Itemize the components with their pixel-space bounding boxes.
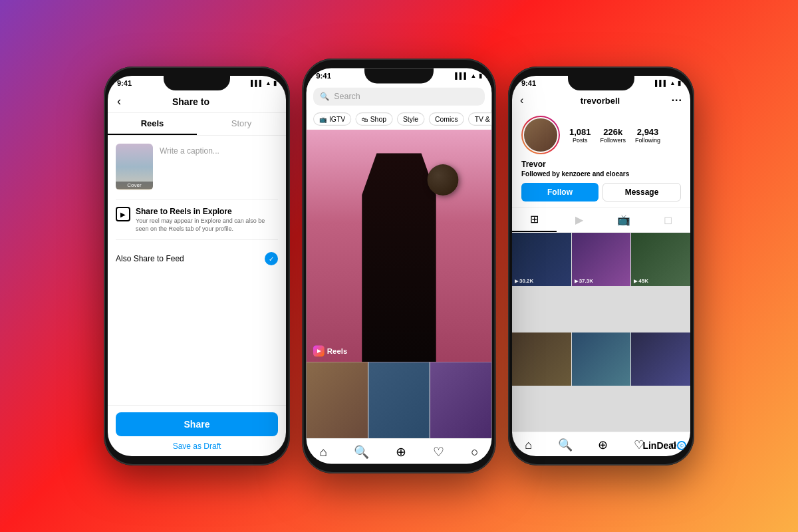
add-icon-3[interactable]: ⊕ bbox=[598, 438, 608, 452]
status-time-2: 9:41 bbox=[316, 72, 331, 80]
followed-by-prefix: Followed by bbox=[521, 170, 562, 178]
search-icon: 🔍 bbox=[320, 92, 330, 101]
stat-following[interactable]: 2,943 Following bbox=[635, 127, 660, 144]
play-icon-2: ▶ bbox=[575, 279, 578, 284]
count-2: 37.3K bbox=[579, 278, 593, 284]
cover-thumbnail[interactable] bbox=[116, 144, 153, 190]
following-count: 2,943 bbox=[635, 127, 660, 137]
tab-reels-profile[interactable]: ▶ bbox=[557, 207, 601, 232]
profile-grid: ▶ 30.2K ▶ 37.3K ▶ 45K bbox=[512, 233, 690, 432]
explore-grid bbox=[307, 362, 492, 438]
profile-thumb-4[interactable] bbox=[512, 332, 571, 386]
reels-label: ▶ Reels bbox=[313, 346, 347, 357]
profile-display-name: Trevor bbox=[521, 160, 681, 169]
bottom-nav-3: ⌂ 🔍 ⊕ ♡ ○ LinDeal © bbox=[512, 432, 690, 456]
caption-input[interactable]: Write a caption... bbox=[160, 144, 278, 190]
profile-thumb-2[interactable]: ▶ 37.3K bbox=[572, 233, 631, 286]
battery-icon: ▮ bbox=[273, 80, 277, 86]
also-share-checkbox[interactable]: ✓ bbox=[265, 252, 278, 265]
share-bottom: Share Save as Draft bbox=[108, 405, 286, 456]
cat-igtv[interactable]: 📺 IGTV bbox=[313, 112, 352, 126]
wifi-icon: ▲ bbox=[265, 80, 271, 86]
tab-story[interactable]: Story bbox=[197, 113, 286, 135]
share-content: Write a caption... ▶ Share to Reels in E… bbox=[108, 136, 286, 405]
search-nav-icon-3[interactable]: 🔍 bbox=[558, 438, 573, 452]
phone3-screen: 9:41 ▌▌▌ ▲ ▮ ‹ trevorbell ··· bbox=[512, 76, 690, 456]
person-body bbox=[362, 153, 436, 362]
play-count-2: ▶ 37.3K bbox=[575, 278, 593, 284]
reels-text: Reels bbox=[327, 347, 348, 355]
play-count-1: ▶ 30.2K bbox=[515, 278, 533, 284]
status-icons-1: ▌▌▌ ▲ ▮ bbox=[251, 80, 277, 86]
cat-tv-label: TV & Mov... bbox=[475, 115, 492, 122]
phone-explore: 9:41 ▌▌▌ ▲ ▮ 🔍 Search 📺 IGTV bbox=[302, 59, 495, 473]
stat-posts: 1,081 Posts bbox=[569, 127, 591, 144]
avatar-ring[interactable] bbox=[521, 116, 560, 154]
count-1: 30.2K bbox=[519, 278, 533, 284]
grid-thumb-2[interactable] bbox=[368, 362, 430, 438]
cat-comics[interactable]: Comics bbox=[429, 112, 464, 126]
profile-thumb-3[interactable]: ▶ 45K bbox=[631, 233, 690, 286]
message-button[interactable]: Message bbox=[602, 183, 681, 201]
battery-icon-2: ▮ bbox=[479, 72, 482, 79]
caption-area: Write a caption... bbox=[116, 144, 278, 190]
search-bar[interactable]: 🔍 Search bbox=[313, 88, 485, 106]
profile-section: 1,081 Posts 226k Followers 2,943 Followi… bbox=[512, 110, 690, 207]
tab-grid[interactable]: ⊞ bbox=[512, 207, 557, 232]
profile-stats: 1,081 Posts 226k Followers 2,943 Followi… bbox=[569, 127, 660, 144]
lindeal-watermark: LinDeal © bbox=[642, 440, 686, 451]
tab-igtv-profile[interactable]: 📺 bbox=[601, 207, 646, 232]
cat-style[interactable]: Style bbox=[397, 112, 425, 126]
profile-thumb-5[interactable] bbox=[572, 332, 631, 386]
follower2: eloears bbox=[606, 170, 629, 178]
home-icon-2[interactable]: ⌂ bbox=[320, 445, 327, 460]
phone2-screen: 9:41 ▌▌▌ ▲ ▮ 🔍 Search 📺 IGTV bbox=[307, 68, 492, 464]
phone1-screen: 9:41 ▌▌▌ ▲ ▮ ‹ Share to Reels Story bbox=[108, 76, 286, 456]
following-label: Following bbox=[635, 137, 660, 144]
share-header: ‹ Share to bbox=[108, 90, 286, 113]
bottom-nav-2: ⌂ 🔍 ⊕ ♡ ○ bbox=[307, 438, 492, 464]
search-nav-icon-2[interactable]: 🔍 bbox=[354, 444, 369, 460]
reels-icon: ▶ bbox=[313, 346, 325, 357]
followers-count: 226k bbox=[600, 127, 626, 137]
cat-tv[interactable]: TV & Mov... bbox=[468, 112, 491, 126]
cover-image bbox=[116, 144, 153, 190]
profile-top: 1,081 Posts 226k Followers 2,943 Followi… bbox=[521, 116, 681, 154]
profile-thumb-1[interactable]: ▶ 30.2K bbox=[512, 233, 571, 286]
follow-button[interactable]: Follow bbox=[521, 183, 598, 201]
back-button-3[interactable]: ‹ bbox=[520, 94, 523, 106]
signal-icon: ▌▌▌ bbox=[251, 80, 263, 86]
heart-icon-2[interactable]: ♡ bbox=[433, 444, 444, 460]
avatar bbox=[523, 117, 559, 153]
shop-icon: 🛍 bbox=[362, 116, 368, 122]
profile-header: ‹ trevorbell ··· bbox=[512, 90, 690, 110]
save-draft-button[interactable]: Save as Draft bbox=[116, 442, 278, 451]
share-button[interactable]: Share bbox=[116, 412, 278, 436]
followed-by-and: and bbox=[591, 170, 606, 178]
video-background bbox=[307, 130, 492, 362]
notch bbox=[164, 76, 230, 90]
reel-main-video: ▶ Reels bbox=[307, 130, 492, 362]
grid-thumb-1[interactable] bbox=[307, 362, 368, 438]
more-options-button[interactable]: ··· bbox=[672, 94, 682, 106]
category-pills: 📺 IGTV 🛍 Shop Style Comics TV & Mov... bbox=[307, 110, 492, 130]
notch-3 bbox=[568, 76, 634, 90]
tab-reels[interactable]: Reels bbox=[108, 113, 197, 135]
profile-icon-2[interactable]: ○ bbox=[471, 445, 478, 460]
lindeal-text: LinDeal bbox=[642, 440, 676, 451]
username-title: trevorbell bbox=[529, 96, 671, 106]
add-icon-2[interactable]: ⊕ bbox=[396, 444, 406, 460]
profile-thumb-6[interactable] bbox=[631, 332, 690, 386]
reel-icon: ▶ bbox=[116, 207, 130, 221]
cat-shop[interactable]: 🛍 Shop bbox=[356, 112, 392, 126]
cat-igtv-label: IGTV bbox=[329, 115, 345, 122]
posts-label: Posts bbox=[569, 137, 591, 144]
stat-followers[interactable]: 226k Followers bbox=[600, 127, 626, 144]
phone-profile: 9:41 ▌▌▌ ▲ ▮ ‹ trevorbell ··· bbox=[508, 66, 694, 466]
cat-style-label: Style bbox=[403, 115, 418, 122]
home-icon-3[interactable]: ⌂ bbox=[525, 438, 532, 452]
tab-tagged[interactable]: ◻ bbox=[646, 207, 690, 232]
grid-thumb-3[interactable] bbox=[430, 362, 491, 438]
followed-by: Followed by kenzoere and eloears bbox=[521, 170, 681, 178]
also-share-row: Also Share to Feed ✓ bbox=[116, 247, 278, 271]
